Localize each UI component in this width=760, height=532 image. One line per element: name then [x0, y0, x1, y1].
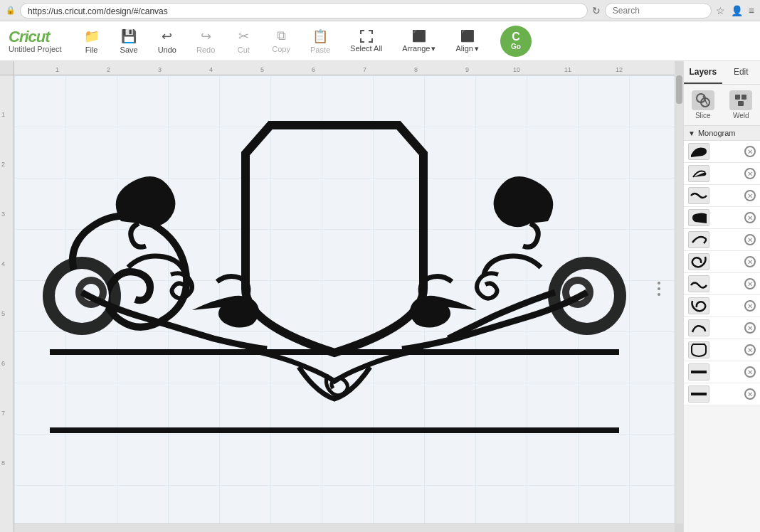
svg-rect-13 — [741, 95, 746, 100]
browser-action-icons: ☆ 👤 ≡ — [716, 5, 754, 16]
layer-item[interactable]: ✕ — [684, 295, 760, 317]
layer-thumbnail — [688, 297, 709, 314]
layer-remove-button[interactable]: ✕ — [744, 366, 756, 378]
lock-icon: 🔒 — [6, 6, 16, 15]
go-button[interactable]: C Go — [500, 26, 532, 57]
scrollbar-thumb-vertical[interactable] — [676, 75, 682, 104]
layer-item[interactable]: ✕ — [684, 251, 760, 273]
copy-label: Copy — [272, 45, 290, 53]
cut-icon: ✂ — [238, 28, 249, 44]
three-dots-menu[interactable] — [658, 282, 660, 296]
redo-button[interactable]: ↪ Redo — [192, 27, 219, 55]
layer-thumbnail — [688, 319, 709, 336]
weld-button[interactable]: Weld — [722, 85, 761, 125]
canvas-wrapper[interactable]: 1 2 3 4 5 6 7 8 9 10 11 12 1 2 3 4 5 6 7 — [0, 61, 683, 532]
paste-button[interactable]: 📋 Paste — [306, 27, 334, 55]
ruler-top-1: 1 — [56, 66, 59, 73]
ruler-top-3: 3 — [158, 66, 162, 73]
layer-item[interactable]: ✕ — [684, 163, 760, 185]
scrollbar-vertical[interactable] — [675, 75, 683, 523]
ruler-top: 1 2 3 4 5 6 7 8 9 10 11 12 — [14, 61, 675, 75]
layer-remove-button[interactable]: ✕ — [744, 212, 756, 223]
layer-remove-button[interactable]: ✕ — [744, 234, 756, 245]
redo-icon: ↪ — [201, 28, 211, 44]
select-all-button[interactable]: Select All — [346, 28, 386, 54]
ruler-left-6: 6 — [1, 360, 5, 367]
design-svg[interactable] — [28, 97, 640, 509]
layer-remove-button[interactable]: ✕ — [744, 300, 756, 312]
layer-thumbnail — [688, 143, 709, 160]
layer-item[interactable]: ✕ — [684, 383, 760, 405]
layer-remove-button[interactable]: ✕ — [744, 388, 756, 400]
right-panel: Layers Edit Slice — [683, 61, 760, 532]
layer-item[interactable]: ✕ — [684, 339, 760, 361]
layer-item[interactable]: ✕ — [684, 317, 760, 339]
layer-thumbnail — [688, 187, 709, 204]
group-name: Monogram — [698, 129, 736, 137]
dot-3 — [658, 293, 660, 296]
ruler-left-1: 1 — [1, 111, 5, 118]
paste-label: Paste — [310, 46, 330, 54]
cricut-logo: Cricut Untitled Project — [9, 29, 62, 53]
save-icon: 💾 — [121, 28, 137, 44]
layer-group-header[interactable]: ▼ Monogram — [684, 126, 760, 141]
dot-1 — [658, 282, 660, 284]
layer-item[interactable]: ✕ — [684, 229, 760, 251]
align-button[interactable]: ⬛ Align ▾ — [451, 28, 482, 55]
panel-actions: Slice Weld — [684, 85, 760, 126]
slice-icon — [692, 90, 714, 110]
ruler-top-11: 11 — [564, 66, 571, 73]
layer-item[interactable]: ✕ — [684, 361, 760, 383]
arrange-button[interactable]: ⬛ Arrange ▾ — [398, 28, 440, 55]
layer-item[interactable]: ✕ — [684, 141, 760, 163]
ruler-left-7: 7 — [1, 410, 5, 417]
refresh-icon[interactable]: ↻ — [592, 5, 601, 16]
undo-icon: ↩ — [162, 28, 172, 44]
layer-item[interactable]: ✕ — [684, 185, 760, 207]
project-name: Untitled Project — [9, 45, 62, 53]
layer-item[interactable]: ✕ — [684, 273, 760, 295]
scrollbar-horizontal[interactable] — [14, 523, 675, 532]
arrange-icon: ⬛ — [412, 29, 426, 43]
copy-icon: ⧉ — [277, 28, 286, 43]
cut-button[interactable]: ✂ Cut — [231, 27, 256, 55]
undo-button[interactable]: ↩ Undo — [154, 27, 181, 55]
ruler-top-4: 4 — [209, 66, 213, 73]
canvas-content[interactable] — [14, 75, 675, 523]
main-area: 1 2 3 4 5 6 7 8 9 10 11 12 1 2 3 4 5 6 7 — [0, 61, 760, 532]
layer-thumbnail — [688, 165, 709, 182]
browser-search-input[interactable] — [605, 3, 712, 18]
layer-remove-button[interactable]: ✕ — [744, 146, 756, 157]
layer-remove-button[interactable]: ✕ — [744, 278, 756, 289]
canvas-grid[interactable] — [14, 75, 675, 523]
layer-remove-button[interactable]: ✕ — [744, 256, 756, 267]
account-icon[interactable]: 👤 — [731, 5, 743, 16]
tab-layers[interactable]: Layers — [684, 61, 722, 84]
select-all-label: Select All — [350, 44, 382, 53]
layer-item[interactable]: ✕ — [684, 207, 760, 229]
layer-remove-button[interactable]: ✕ — [744, 190, 756, 201]
save-button[interactable]: 💾 Save — [116, 27, 142, 55]
browser-chrome: 🔒 https://us.cricut.com/design/#/canvas … — [0, 0, 760, 21]
ruler-left-5: 5 — [1, 310, 5, 317]
ruler-left-4: 4 — [1, 260, 5, 267]
layer-remove-button[interactable]: ✕ — [744, 344, 756, 356]
arrange-label: Arrange ▾ — [402, 44, 436, 53]
file-button[interactable]: 📁 File — [79, 27, 105, 55]
copy-button[interactable]: ⧉ Copy — [268, 27, 295, 55]
dot-2 — [658, 287, 660, 290]
slice-button[interactable]: Slice — [684, 85, 722, 125]
select-all-icon — [360, 30, 373, 43]
tab-edit[interactable]: Edit — [722, 61, 761, 84]
ruler-top-2: 2 — [107, 66, 110, 73]
layer-thumbnail — [688, 231, 709, 248]
ruler-left-3: 3 — [1, 211, 5, 218]
file-icon: 📁 — [84, 28, 100, 44]
layer-remove-button[interactable]: ✕ — [744, 322, 756, 334]
layers-list[interactable]: ✕ ✕ ✕ ✕ — [684, 141, 760, 532]
layer-thumbnail — [688, 363, 709, 381]
menu-icon[interactable]: ≡ — [749, 5, 754, 16]
bookmark-icon[interactable]: ☆ — [716, 5, 725, 16]
url-bar[interactable]: https://us.cricut.com/design/#/canvas — [20, 3, 588, 18]
layer-remove-button[interactable]: ✕ — [744, 168, 756, 179]
